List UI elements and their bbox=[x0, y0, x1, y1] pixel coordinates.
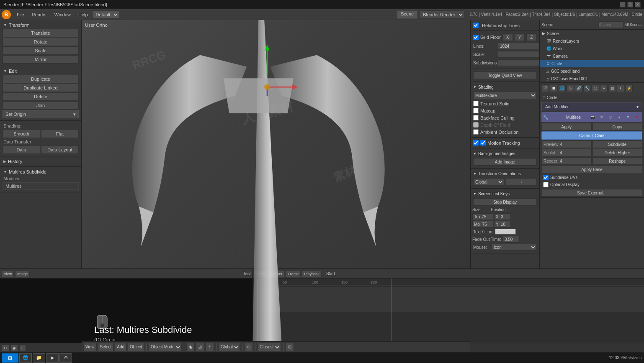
copy-button[interactable]: Copy bbox=[592, 123, 643, 130]
preview-field[interactable]: Preview 4 bbox=[541, 141, 592, 148]
vp-view-button[interactable]: View bbox=[83, 343, 97, 351]
taskbar-ie[interactable]: 🌐 bbox=[19, 353, 32, 363]
bg-images-header[interactable]: ▼ Background Images bbox=[471, 150, 539, 157]
maximize-button[interactable]: □ bbox=[627, 2, 633, 8]
fade-out-input[interactable] bbox=[503, 236, 520, 243]
outliner-renderlayers[interactable]: 🎬 RenderLayers bbox=[540, 37, 644, 45]
modifier-down-btn[interactable]: ▼ bbox=[624, 113, 632, 121]
ao-checkbox[interactable] bbox=[473, 129, 479, 135]
outliner-circle[interactable]: ⊙ Circle bbox=[540, 60, 644, 67]
grid-floor-checkbox[interactable] bbox=[473, 35, 479, 40]
layout-select[interactable]: Default bbox=[92, 10, 119, 19]
layers-button[interactable]: ⊞ bbox=[286, 343, 294, 351]
scale-button[interactable]: Scale bbox=[3, 46, 79, 55]
duplicate-linked-button[interactable]: Duplicate Linked bbox=[3, 84, 79, 92]
set-origin-dropdown[interactable]: Set Origin ▾ bbox=[3, 110, 79, 118]
outliner-world[interactable]: 🌐 World bbox=[540, 45, 644, 52]
y-input[interactable] bbox=[494, 221, 511, 228]
modifier-field[interactable]: Multires bbox=[3, 182, 79, 190]
windows-start-button[interactable]: ⊞ bbox=[2, 353, 18, 363]
modifier-camera-btn[interactable]: 📷 bbox=[589, 113, 597, 121]
outliner-scene[interactable]: ▶ Scene bbox=[540, 30, 644, 37]
toggle-quad-view-button[interactable]: Toggle Quad View bbox=[473, 72, 537, 79]
flat-button[interactable]: Flat bbox=[41, 130, 79, 138]
duplicate-button[interactable]: Duplicate bbox=[3, 75, 79, 83]
data-button[interactable]: Data bbox=[3, 146, 40, 154]
sculpt-field[interactable]: Sculpt 4 bbox=[541, 149, 592, 156]
add-modifier-bar[interactable]: Add Modifier ▾ bbox=[541, 102, 642, 111]
object-mode-select[interactable]: Object Mode bbox=[149, 343, 182, 351]
img-toolbar-btn1[interactable]: ⊙ bbox=[2, 345, 9, 351]
particles-props-icon[interactable]: ✦ bbox=[617, 84, 624, 92]
textured-solid-checkbox[interactable] bbox=[473, 101, 479, 106]
x-input[interactable] bbox=[494, 213, 511, 220]
scene-button[interactable]: Scene bbox=[397, 10, 417, 19]
transform-header[interactable]: ▼ Transform bbox=[0, 22, 81, 28]
render-mode-button[interactable]: ◎ bbox=[196, 343, 204, 351]
transform-orient-header[interactable]: ▼ Transform Orientations bbox=[471, 170, 539, 177]
subdivide-uvs-checkbox[interactable] bbox=[543, 175, 549, 180]
world-props-icon[interactable]: 🌐 bbox=[558, 84, 566, 92]
draw-type-button[interactable]: ◉ bbox=[186, 343, 195, 351]
img-image-button[interactable]: Image bbox=[15, 271, 30, 277]
shading-mode-select[interactable]: Multitexture bbox=[473, 92, 537, 99]
modifier-delete-btn[interactable]: ✕ bbox=[633, 113, 641, 121]
add-image-button[interactable]: Add Image bbox=[473, 158, 537, 166]
delete-button[interactable]: Delete bbox=[3, 92, 79, 101]
multires-header[interactable]: ▼ Multires Subdivide bbox=[0, 169, 81, 175]
apply-button[interactable]: Apply bbox=[541, 123, 592, 130]
delete-higher-button[interactable]: Delete Higher bbox=[592, 149, 643, 156]
taskbar-media[interactable]: ▶ bbox=[46, 353, 59, 363]
relationship-checkbox[interactable] bbox=[473, 23, 479, 28]
optimal-display-checkbox[interactable] bbox=[543, 182, 549, 187]
taskbar-chrome[interactable]: ⊕ bbox=[59, 353, 72, 363]
text-icon-color[interactable] bbox=[495, 229, 516, 235]
object-props-icon[interactable]: ⊙ bbox=[567, 84, 574, 92]
mirror-button[interactable]: Mirror bbox=[3, 55, 79, 64]
orientation-select[interactable]: Global bbox=[219, 343, 240, 351]
motion-tracking-checkbox2[interactable] bbox=[480, 140, 486, 146]
stop-display-button[interactable]: Stop Display bbox=[473, 198, 537, 206]
history-header[interactable]: ▶ History bbox=[0, 158, 81, 165]
reshape-button[interactable]: Reshape bbox=[592, 157, 643, 165]
img-view-button[interactable]: View bbox=[2, 271, 14, 277]
x-axis-btn[interactable]: X bbox=[502, 33, 513, 41]
vp-object-button[interactable]: Object bbox=[128, 343, 144, 351]
proportional-button[interactable]: ⊙ bbox=[245, 343, 253, 351]
add-orient-button[interactable]: + bbox=[506, 178, 537, 186]
img-toolbar-btn3[interactable]: F bbox=[19, 345, 26, 351]
help-menu[interactable]: Help bbox=[75, 11, 91, 18]
outliner-search[interactable] bbox=[598, 21, 623, 28]
shading-header-rp[interactable]: ▼ Shading bbox=[471, 84, 539, 91]
texture-props-icon[interactable]: ▦ bbox=[608, 84, 616, 92]
modifier-eye-btn[interactable]: 👁 bbox=[598, 113, 605, 121]
rotate-button[interactable]: Rotate bbox=[3, 38, 79, 46]
smooth-button[interactable]: Smooth bbox=[3, 130, 40, 138]
lines-input[interactable] bbox=[498, 43, 539, 49]
close-button[interactable]: ✕ bbox=[635, 2, 641, 8]
manipulator-button[interactable]: ✛ bbox=[206, 343, 214, 351]
modifier-props-icon[interactable]: 🔧 bbox=[583, 84, 591, 92]
viewport[interactable]: RRCG 人人素材 素材 User Ortho Last: Multires S… bbox=[82, 20, 470, 352]
scale-input[interactable] bbox=[498, 51, 539, 58]
img-toolbar-btn2[interactable]: ◉ bbox=[10, 345, 18, 351]
apply-base-button[interactable]: Apply Base bbox=[541, 166, 642, 173]
data-props-icon[interactable]: ◎ bbox=[592, 84, 599, 92]
modifier-render-btn[interactable]: ◎ bbox=[607, 113, 614, 121]
vp-select-button[interactable]: Select bbox=[98, 343, 114, 351]
join-button[interactable]: Join bbox=[3, 101, 79, 110]
translate-button[interactable]: Translate bbox=[3, 29, 79, 37]
minimize-button[interactable]: ─ bbox=[620, 2, 626, 8]
orientation-mode-select[interactable]: Global bbox=[473, 178, 504, 186]
vp-add-button[interactable]: Add bbox=[115, 343, 126, 351]
backface-checkbox[interactable] bbox=[473, 115, 479, 120]
outliner-g8closedhand[interactable]: △ G8ClosedHand bbox=[540, 67, 644, 75]
edit-header[interactable]: ▼ Edit bbox=[0, 68, 81, 74]
physics-props-icon[interactable]: ⚡ bbox=[625, 84, 633, 92]
mouse-select[interactable]: Icon bbox=[492, 244, 537, 251]
scene-props-icon[interactable]: 🔲 bbox=[550, 84, 557, 92]
snap-select[interactable]: Closest bbox=[258, 343, 281, 351]
render-engine-select[interactable]: Blender Render bbox=[419, 10, 464, 19]
mo-input[interactable] bbox=[472, 221, 493, 228]
data-layout-button[interactable]: Data Layout bbox=[41, 146, 79, 154]
